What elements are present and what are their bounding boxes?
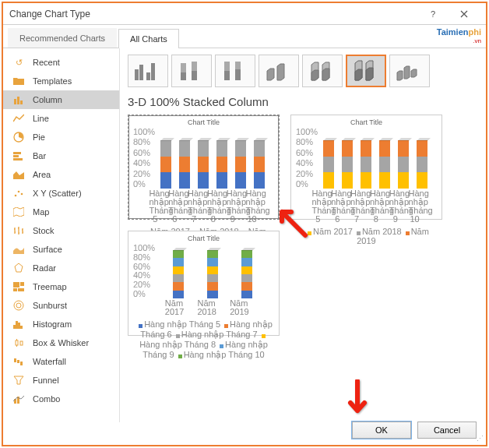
svg-rect-35 [192, 71, 197, 80]
y-axis: 100%80%60%40%20%0% [133, 128, 147, 189]
sidebar-item-stock[interactable]: Stock [3, 221, 119, 240]
cancel-button[interactable]: Cancel [417, 422, 477, 439]
sidebar-item-label: Sunburst [33, 301, 67, 310]
sidebar: ↺Recent Templates Column Line Pie Bar Ar… [3, 48, 120, 422]
svg-point-9 [21, 193, 23, 196]
svg-point-16 [16, 303, 21, 308]
radar-chart-icon [12, 262, 25, 274]
bars [132, 128, 276, 189]
bars [294, 128, 438, 189]
sidebar-item-label: Recent [33, 58, 60, 67]
titlebar: Change Chart Type ? [3, 3, 486, 25]
help-button[interactable]: ? [417, 4, 449, 24]
watermark: Taimienphi .vn [437, 25, 481, 44]
svg-rect-12 [20, 282, 24, 286]
combo-chart-icon [12, 393, 25, 405]
svg-rect-14 [18, 288, 24, 291]
y-axis: 100%80%60%40%20%0% [296, 128, 310, 189]
scatter-chart-icon [12, 187, 25, 199]
sidebar-item-histogram[interactable]: Histogram [3, 315, 119, 333]
sidebar-item-pie[interactable]: Pie [3, 128, 119, 146]
x-labels: Hàng nhập Tháng 5Hàng nhập Tháng 6Hàng n… [132, 189, 276, 224]
preview-title: Chart Title [132, 235, 276, 242]
svg-rect-19 [18, 323, 20, 329]
sidebar-item-label: Funnel [33, 376, 59, 385]
close-button[interactable] [449, 4, 480, 24]
tab-recommended[interactable]: Recommended Charts [8, 28, 117, 48]
svg-rect-30 [146, 72, 150, 80]
map-icon [12, 206, 25, 218]
close-icon [460, 10, 468, 18]
sidebar-item-area[interactable]: Area [3, 165, 119, 184]
box-whisker-icon [12, 337, 25, 349]
svg-rect-17 [13, 325, 16, 329]
subtype-stacked-column[interactable] [171, 55, 212, 87]
svg-rect-22 [20, 341, 23, 345]
line-chart-icon [12, 112, 25, 125]
sidebar-item-line[interactable]: Line [3, 109, 119, 128]
svg-rect-0 [14, 99, 16, 104]
recent-icon: ↺ [12, 56, 25, 69]
sidebar-item-recent[interactable]: ↺Recent [3, 53, 119, 72]
sidebar-item-combo[interactable]: Combo [3, 390, 119, 408]
sidebar-item-sunburst[interactable]: Sunburst [3, 296, 119, 315]
sidebar-item-label: Surface [33, 245, 62, 254]
preview-title: Chart Title [132, 118, 276, 126]
svg-rect-11 [13, 282, 19, 287]
svg-rect-2 [20, 101, 23, 104]
sidebar-item-label: Box & Whisker [33, 338, 89, 347]
sidebar-item-radar[interactable]: Radar [3, 259, 119, 277]
sidebar-item-waterfall[interactable]: Waterfall [3, 352, 119, 371]
sidebar-item-funnel[interactable]: Funnel [3, 371, 119, 390]
funnel-icon [12, 374, 25, 386]
subtype-3d-100-stacked-column[interactable] [346, 55, 386, 87]
sidebar-item-templates[interactable]: Templates [3, 72, 119, 90]
sidebar-item-label: Column [33, 95, 62, 104]
sidebar-item-label: Area [33, 170, 51, 179]
svg-rect-25 [20, 362, 23, 365]
sidebar-item-label: Map [33, 207, 49, 217]
chart-preview-3[interactable]: Chart Title 100%80%60%40%20%0% Năm 2017N… [128, 231, 280, 336]
sidebar-item-bar[interactable]: Bar [3, 146, 119, 165]
stock-chart-icon [12, 224, 25, 237]
svg-rect-5 [13, 155, 19, 157]
sidebar-item-scatter[interactable]: X Y (Scatter) [3, 184, 119, 203]
svg-rect-6 [13, 158, 23, 161]
x-labels: Năm 2017Năm 2018Năm 2019 [132, 299, 276, 316]
sidebar-item-map[interactable]: Map [3, 203, 119, 221]
pie-chart-icon [12, 131, 25, 143]
subtype-3d-stacked-column[interactable] [302, 55, 343, 87]
bar-chart-icon [12, 150, 25, 162]
resize-grip[interactable]: ⋰ [477, 436, 484, 443]
histogram-icon [12, 318, 25, 330]
svg-rect-23 [14, 358, 16, 362]
sidebar-item-label: Treemap [33, 282, 67, 291]
ok-button[interactable]: OK [352, 422, 411, 439]
sidebar-item-label: Bar [33, 151, 46, 161]
sidebar-item-label: Templates [33, 76, 72, 86]
sidebar-item-surface[interactable]: Surface [3, 240, 119, 259]
chart-preview-2[interactable]: Chart Title 100%80%60%40%20%0% Hàng nhập… [290, 115, 442, 220]
svg-rect-33 [181, 72, 186, 80]
chart-preview-1[interactable]: Chart Title 100%80%60%40%20%0% Hàng nhập… [128, 115, 280, 220]
subtype-3d-clustered-column[interactable] [259, 55, 299, 87]
sidebar-item-label: Histogram [33, 319, 72, 329]
svg-rect-37 [224, 71, 230, 80]
sidebar-item-label: Line [33, 114, 49, 123]
sidebar-item-treemap[interactable]: Treemap [3, 277, 119, 296]
svg-rect-20 [20, 326, 23, 329]
subtype-100-stacked-column[interactable] [215, 55, 255, 87]
sidebar-item-label: Pie [33, 132, 45, 142]
tab-all-charts[interactable]: All Charts [118, 29, 179, 48]
svg-rect-13 [13, 288, 17, 291]
surface-chart-icon [12, 243, 25, 256]
sidebar-item-column[interactable]: Column [3, 90, 119, 109]
dialog-buttons: OK Cancel [352, 422, 477, 439]
subtype-3d-column[interactable] [389, 55, 430, 87]
sidebar-item-label: Waterfall [33, 357, 66, 366]
area-chart-icon [12, 168, 25, 181]
subtype-clustered-column[interactable] [128, 55, 168, 87]
dialog-change-chart-type: Change Chart Type ? Taimienphi .vn Recom… [2, 2, 487, 446]
sidebar-item-boxwhisker[interactable]: Box & Whisker [3, 333, 119, 352]
sidebar-item-label: Stock [33, 226, 55, 235]
